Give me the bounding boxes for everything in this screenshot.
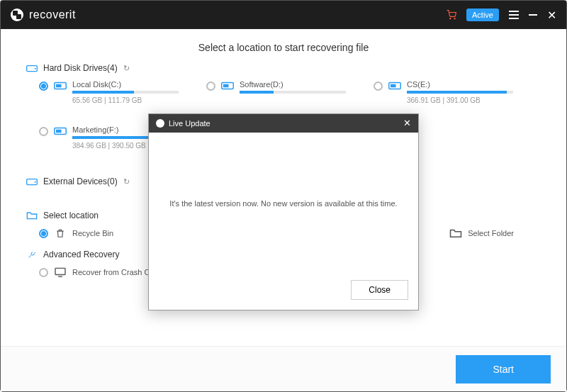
refresh-icon[interactable]: ↻ — [123, 64, 130, 73]
svg-point-13 — [35, 181, 36, 183]
usage-bar — [72, 91, 179, 94]
svg-rect-5 — [56, 84, 62, 88]
radio-crash[interactable] — [39, 268, 48, 277]
app-window: recoverit Active ✕ Select a location to … — [0, 0, 567, 392]
select-folder-label: Select Folder — [468, 229, 514, 237]
disk-icon — [54, 126, 67, 136]
footer: Start — [1, 346, 566, 391]
drive-item-c[interactable]: Local Disk(C:) 65.56 GB | 111.79 GB — [39, 80, 206, 114]
external-drive-icon — [26, 177, 38, 186]
advanced-section-label: Advanced Recovery — [43, 250, 119, 259]
usage-bar — [407, 91, 513, 94]
titlebar-controls: Active ✕ — [447, 9, 556, 22]
radio-drive-e[interactable] — [374, 82, 383, 91]
active-button[interactable]: Active — [466, 9, 499, 21]
disk-icon — [221, 81, 234, 91]
app-logo: recoverit — [11, 9, 76, 21]
minimize-icon[interactable] — [529, 14, 537, 16]
radio-drive-c[interactable] — [39, 82, 48, 91]
external-section-label: External Devices(0) — [43, 177, 118, 186]
dialog-close-button[interactable]: Close — [351, 280, 408, 300]
svg-rect-11 — [56, 130, 62, 133]
logo-icon — [11, 9, 23, 21]
radio-drive-d[interactable] — [206, 82, 215, 91]
refresh-icon[interactable]: ↻ — [123, 177, 130, 186]
titlebar: recoverit Active ✕ — [1, 1, 566, 29]
svg-point-0 — [450, 18, 451, 19]
disk-icon — [388, 81, 401, 91]
monitor-icon — [54, 267, 67, 277]
disk-icon — [54, 81, 67, 91]
dialog-title: Live Update — [169, 119, 210, 128]
app-name: recoverit — [29, 9, 76, 21]
hdd-section-header: Hard Disk Drives(4) ↻ — [26, 63, 541, 73]
hdd-section-label: Hard Disk Drives(4) — [43, 63, 118, 73]
page-subtitle: Select a location to start recovering fi… — [26, 42, 541, 53]
svg-point-3 — [35, 68, 36, 69]
drive-label: Local Disk(C:) — [72, 80, 193, 89]
cart-icon[interactable] — [447, 10, 456, 20]
radio-drive-f[interactable] — [39, 127, 48, 136]
select-location-label: Select location — [43, 211, 99, 220]
close-icon[interactable]: ✕ — [547, 9, 556, 22]
dialog-close-icon[interactable]: ✕ — [403, 118, 411, 128]
folder-icon — [26, 211, 38, 220]
dialog-message: It's the latest version now. No new vers… — [169, 199, 397, 208]
menu-icon[interactable] — [509, 14, 519, 16]
usage-bar — [240, 91, 346, 94]
hdd-icon — [26, 64, 38, 72]
drive-item-d[interactable]: Software(D:) — [206, 80, 374, 114]
svg-rect-14 — [55, 268, 65, 274]
wrench-icon — [26, 250, 38, 259]
svg-rect-9 — [391, 84, 396, 88]
recycle-bin-label: Recycle Bin — [72, 229, 113, 237]
live-update-dialog: Live Update ✕ It's the latest version no… — [148, 113, 419, 310]
radio-recycle-bin[interactable] — [39, 229, 48, 238]
start-button[interactable]: Start — [456, 355, 551, 383]
select-folder-option[interactable]: Select Folder — [449, 228, 514, 238]
folder-open-icon — [449, 228, 462, 238]
drive-label: Software(D:) — [240, 80, 361, 89]
dialog-logo-icon — [156, 119, 164, 128]
drive-stats: 65.56 GB | 111.79 GB — [72, 96, 193, 104]
dialog-titlebar: Live Update ✕ — [149, 114, 418, 133]
trash-icon — [54, 228, 67, 238]
drive-stats: 366.91 GB | 391.00 GB — [407, 96, 528, 104]
svg-rect-7 — [223, 84, 229, 88]
drive-label: CS(E:) — [407, 80, 528, 89]
dialog-body: It's the latest version now. No new vers… — [149, 133, 418, 274]
svg-point-1 — [454, 18, 455, 19]
dialog-footer: Close — [149, 274, 418, 310]
recycle-bin-option[interactable]: Recycle Bin — [39, 228, 113, 238]
drive-item-e[interactable]: CS(E:) 366.91 GB | 391.00 GB — [374, 80, 541, 114]
